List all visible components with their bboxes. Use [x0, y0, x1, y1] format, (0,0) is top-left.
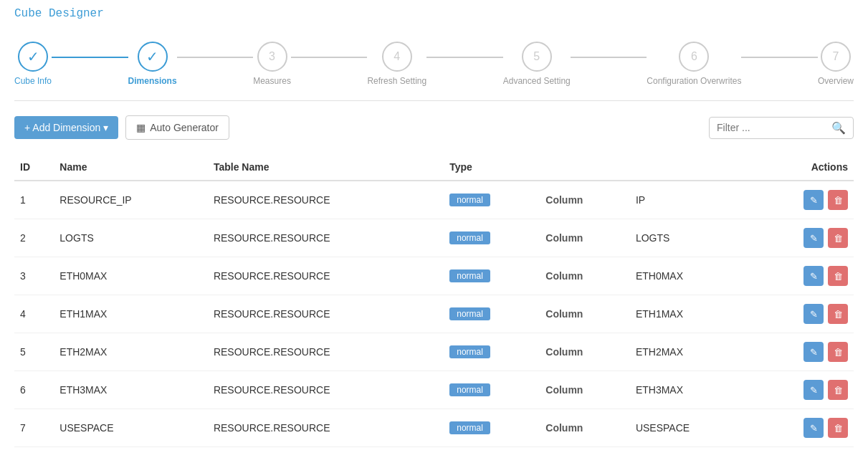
badge-normal: normal [449, 345, 490, 358]
step-label-7: Overview [818, 76, 854, 86]
step-number-5: 5 [533, 50, 540, 63]
cell-type: normal [444, 409, 540, 447]
cell-name: ETH2MAX [54, 333, 208, 371]
cell-actions: ✎ 🗑 [750, 219, 854, 257]
check-icon-1: ✓ [27, 48, 39, 65]
col-header-col [540, 154, 630, 181]
cell-name: ETH1MAX [54, 295, 208, 333]
cell-table-name: RESOURCE.RESOURCE [208, 219, 444, 257]
cell-col-value: LOGTS [630, 219, 750, 257]
edit-button[interactable]: ✎ [803, 304, 824, 324]
dimensions-table: ID Name Table Name Type Actions 1 RESOUR… [14, 154, 854, 447]
edit-button[interactable]: ✎ [803, 380, 824, 400]
step-overview[interactable]: 7 Overview [818, 42, 854, 86]
badge-normal: normal [449, 269, 490, 282]
edit-button[interactable]: ✎ [803, 266, 824, 286]
cell-actions: ✎ 🗑 [750, 333, 854, 371]
edit-button[interactable]: ✎ [803, 228, 824, 248]
cell-actions: ✎ 🗑 [750, 409, 854, 447]
cell-name: LOGTS [54, 219, 208, 257]
cell-actions: ✎ 🗑 [750, 257, 854, 295]
cell-name: ETH3MAX [54, 371, 208, 409]
step-number-6: 6 [691, 50, 697, 63]
filter-input[interactable] [717, 122, 831, 133]
step-circle-7: 7 [821, 42, 851, 72]
table-row: 3 ETH0MAX RESOURCE.RESOURCE normal Colum… [14, 257, 854, 295]
cell-type: normal [444, 219, 540, 257]
step-label-4: Refresh Setting [367, 76, 426, 86]
step-cube-info[interactable]: ✓ Cube Info [14, 42, 52, 86]
badge-normal: normal [449, 194, 490, 206]
cell-id: 3 [14, 257, 54, 295]
table-row: 7 USESPACE RESOURCE.RESOURCE normal Colu… [14, 409, 854, 447]
cell-name: USESPACE [54, 409, 208, 447]
edit-button[interactable]: ✎ [803, 342, 824, 362]
step-refresh-setting[interactable]: 4 Refresh Setting [367, 42, 426, 86]
cell-col-label: Column [540, 409, 630, 447]
cell-col-value: ETH1MAX [630, 295, 750, 333]
delete-button[interactable]: 🗑 [828, 228, 848, 248]
step-label-6: Configuration Overwrites [647, 76, 741, 86]
col-header-type: Type [444, 154, 540, 181]
cell-type: normal [444, 257, 540, 295]
step-label-3: Measures [253, 76, 291, 86]
cell-name: ETH0MAX [54, 257, 208, 295]
delete-button[interactable]: 🗑 [828, 418, 848, 438]
step-number-3: 3 [269, 50, 275, 63]
step-measures[interactable]: 3 Measures [253, 42, 291, 86]
step-advanced-setting[interactable]: 5 Advanced Setting [503, 42, 571, 86]
edit-button[interactable]: ✎ [803, 418, 824, 438]
grid-icon: ▦ [136, 122, 146, 133]
connector-2-3 [177, 57, 254, 58]
delete-button[interactable]: 🗑 [828, 266, 848, 286]
cell-col-value: ETH2MAX [630, 333, 750, 371]
step-circle-2: ✓ [138, 42, 168, 72]
delete-button[interactable]: 🗑 [828, 380, 848, 400]
cell-actions: ✎ 🗑 [750, 295, 854, 333]
cell-type: normal [444, 181, 540, 219]
badge-normal: normal [449, 231, 490, 244]
cell-type: normal [444, 333, 540, 371]
cell-table-name: RESOURCE.RESOURCE [208, 257, 444, 295]
cell-table-name: RESOURCE.RESOURCE [208, 181, 444, 219]
step-dimensions[interactable]: ✓ Dimensions [128, 42, 177, 86]
auto-generator-button[interactable]: ▦ Auto Generator [125, 115, 229, 140]
step-circle-3: 3 [257, 42, 287, 72]
cell-type: normal [444, 371, 540, 409]
cell-actions: ✎ 🗑 [750, 181, 854, 219]
stepper: ✓ Cube Info ✓ Dimensions 3 Measures 4 [14, 31, 854, 101]
edit-button[interactable]: ✎ [803, 190, 824, 210]
cell-col-value: ETH3MAX [630, 371, 750, 409]
delete-button[interactable]: 🗑 [828, 304, 848, 324]
cell-table-name: RESOURCE.RESOURCE [208, 371, 444, 409]
cell-table-name: RESOURCE.RESOURCE [208, 295, 444, 333]
connector-6-7 [741, 57, 818, 58]
step-label-2: Dimensions [128, 76, 177, 86]
connector-4-5 [426, 57, 503, 58]
cell-col-label: Column [540, 333, 630, 371]
cell-id: 7 [14, 409, 54, 447]
step-label-5: Advanced Setting [503, 76, 571, 86]
badge-normal: normal [449, 421, 490, 434]
badge-normal: normal [449, 307, 490, 320]
table-row: 6 ETH3MAX RESOURCE.RESOURCE normal Colum… [14, 371, 854, 409]
step-circle-5: 5 [522, 42, 552, 72]
cell-id: 2 [14, 219, 54, 257]
delete-button[interactable]: 🗑 [828, 342, 848, 362]
delete-button[interactable]: 🗑 [828, 190, 848, 210]
step-config-overwrites[interactable]: 6 Configuration Overwrites [647, 42, 741, 86]
cell-col-value: ETH0MAX [630, 257, 750, 295]
step-label-1: Cube Info [14, 76, 52, 86]
add-dimension-button[interactable]: + Add Dimension ▾ [14, 116, 118, 139]
table-row: 1 RESOURCE_IP RESOURCE.RESOURCE normal C… [14, 181, 854, 219]
cell-id: 1 [14, 181, 54, 219]
connector-3-4 [291, 57, 368, 58]
step-circle-4: 4 [382, 42, 412, 72]
cell-col-value: USESPACE [630, 409, 750, 447]
table-row: 4 ETH1MAX RESOURCE.RESOURCE normal Colum… [14, 295, 854, 333]
cell-id: 4 [14, 295, 54, 333]
col-header-col-value [630, 154, 750, 181]
cell-id: 6 [14, 371, 54, 409]
cell-table-name: RESOURCE.RESOURCE [208, 333, 444, 371]
cell-col-label: Column [540, 295, 630, 333]
